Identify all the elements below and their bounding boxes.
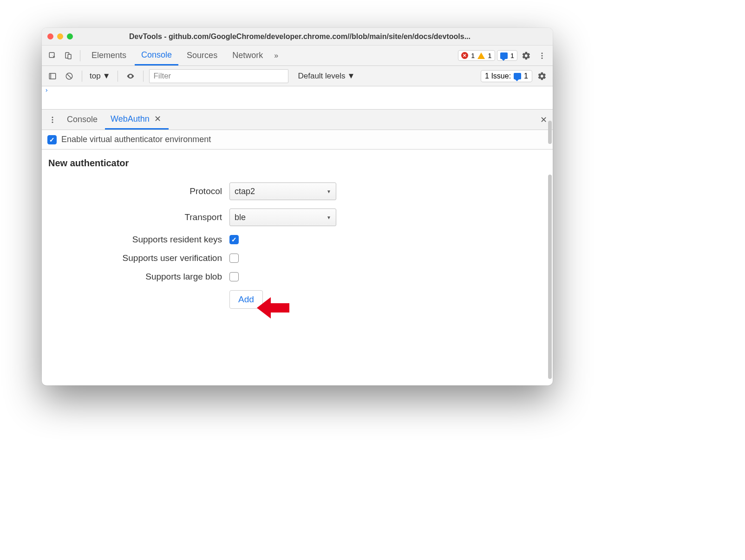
divider (82, 71, 82, 82)
live-expression-eye-icon[interactable] (124, 69, 137, 83)
minimize-window-button[interactable] (57, 33, 63, 39)
more-tabs-button[interactable]: » (271, 52, 281, 60)
protocol-select[interactable]: ctap2 ▼ (229, 182, 336, 200)
show-console-sidebar-icon[interactable] (46, 69, 59, 83)
chevron-down-icon: ▼ (103, 72, 111, 81)
device-toggle-icon[interactable] (61, 49, 75, 63)
user-verification-label: Supports user verification (48, 253, 229, 263)
protocol-label: Protocol (48, 186, 229, 196)
divider (80, 50, 80, 61)
svg-rect-6 (49, 73, 56, 79)
svg-point-11 (52, 121, 53, 123)
error-count: 1 (471, 52, 475, 59)
divider (143, 71, 144, 82)
close-window-button[interactable] (47, 33, 53, 39)
error-warning-badge[interactable]: ✕ 1 1 (458, 50, 495, 61)
close-tab-icon[interactable]: ✕ (152, 112, 163, 126)
kebab-menu-icon[interactable] (535, 49, 549, 63)
svg-point-4 (542, 55, 543, 56)
transport-select[interactable]: ble ▼ (229, 208, 336, 226)
tab-console[interactable]: Console (135, 46, 178, 65)
new-authenticator-title: New authenticator (48, 158, 546, 169)
svg-line-8 (67, 74, 72, 78)
chevron-down-icon: ▼ (347, 72, 355, 81)
filter-placeholder: Filter (153, 72, 171, 81)
console-settings-gear-icon[interactable] (535, 69, 549, 83)
user-verification-checkbox[interactable] (229, 254, 239, 263)
warning-icon (477, 52, 485, 59)
resident-keys-checkbox[interactable] (229, 235, 239, 244)
tab-sources[interactable]: Sources (180, 46, 224, 65)
drawer-tab-console[interactable]: Console (61, 110, 103, 130)
window-title: DevTools - github.com/GoogleChrome/devel… (80, 33, 547, 41)
svg-rect-2 (68, 54, 71, 59)
enable-label: Enable virtual authenticator environment (61, 135, 211, 144)
console-prompt-icon: › (45, 86, 48, 94)
svg-point-10 (52, 119, 53, 120)
info-icon (514, 73, 521, 79)
console-output[interactable]: › (42, 86, 553, 110)
chevron-down-icon: ▼ (327, 189, 331, 194)
info-icon (500, 52, 508, 59)
settings-gear-icon[interactable] (519, 49, 533, 63)
error-icon: ✕ (461, 52, 468, 59)
add-button[interactable]: Add (229, 290, 263, 309)
enable-authenticator-row: Enable virtual authenticator environment (42, 130, 553, 150)
context-value: top (90, 72, 101, 81)
transport-label: Transport (48, 212, 229, 222)
close-drawer-icon[interactable]: ✕ (538, 113, 549, 127)
info-count: 1 (510, 52, 514, 59)
issues-count: 1 (524, 72, 528, 80)
warning-count: 1 (488, 52, 491, 59)
webauthn-panel: New authenticator Protocol ctap2 ▼ Trans… (42, 150, 553, 385)
clear-console-icon[interactable] (62, 69, 76, 83)
tab-elements[interactable]: Elements (85, 46, 133, 65)
console-toolbar: top ▼ Filter Default levels ▼ 1 Issue: 1 (42, 66, 553, 86)
enable-checkbox[interactable] (47, 135, 57, 144)
scrollbar-thumb[interactable] (548, 121, 552, 144)
scrollbar-thumb[interactable] (548, 175, 552, 379)
divider (118, 71, 118, 82)
large-blob-label: Supports large blob (48, 272, 229, 282)
chevron-down-icon: ▼ (327, 215, 331, 220)
svg-point-3 (542, 52, 543, 54)
issues-button[interactable]: 1 Issue: 1 (481, 70, 532, 82)
protocol-value: ctap2 (235, 187, 255, 196)
info-badge[interactable]: 1 (497, 50, 517, 61)
drawer-kebab-icon[interactable] (46, 113, 59, 127)
svg-point-9 (52, 117, 53, 118)
main-toolbar: Elements Console Sources Network » ✕ 1 1… (42, 46, 553, 66)
resident-keys-label: Supports resident keys (48, 234, 229, 245)
maximize-window-button[interactable] (67, 33, 73, 39)
tab-network[interactable]: Network (226, 46, 269, 65)
large-blob-checkbox[interactable] (229, 272, 239, 281)
inspect-icon[interactable] (46, 49, 59, 63)
levels-value: Default levels (298, 72, 345, 81)
devtools-window: DevTools - github.com/GoogleChrome/devel… (42, 28, 553, 385)
drawer-tab-webauthn-label: WebAuthn (111, 114, 150, 124)
window-titlebar: DevTools - github.com/GoogleChrome/devel… (42, 28, 553, 46)
log-levels-selector[interactable]: Default levels ▼ (296, 72, 357, 81)
svg-point-5 (542, 57, 543, 59)
traffic-lights (47, 33, 73, 39)
transport-value: ble (235, 213, 246, 222)
issues-label: 1 Issue: (485, 72, 511, 80)
drawer-tabs: Console WebAuthn ✕ ✕ (42, 110, 553, 130)
context-selector[interactable]: top ▼ (88, 72, 112, 81)
filter-input[interactable]: Filter (149, 69, 288, 83)
drawer-tab-webauthn[interactable]: WebAuthn ✕ (105, 110, 169, 130)
